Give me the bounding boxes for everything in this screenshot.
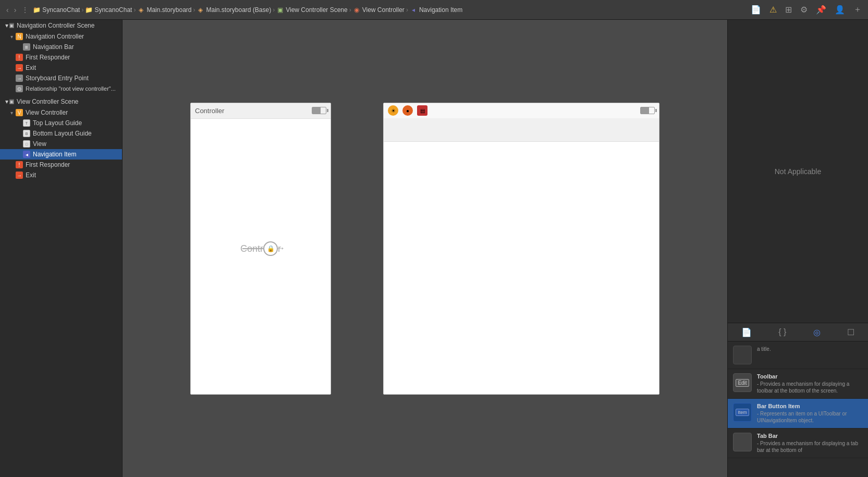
navitem-icon: ◂: [410, 6, 417, 14]
nav-item-label: Navigation Item: [33, 151, 76, 158]
rp-brackets-button[interactable]: { }: [774, 325, 790, 339]
vc-yellow-icon: ☀: [388, 105, 398, 116]
exit-2-item[interactable]: → Exit: [0, 170, 122, 180]
library-item-tab-bar[interactable]: Tab Bar - Provides a mechanism for displ…: [728, 429, 868, 458]
breadcrumb-view-controller[interactable]: ◉ View Controller: [353, 6, 405, 14]
doc-button[interactable]: 📄: [749, 4, 763, 16]
nav-controller-scene-label: Navigation Controller Scene: [17, 22, 94, 29]
library-tab-bar-title: Tab Bar: [757, 433, 863, 439]
toolbar-right: 📄 ⚠ ⊞ ⚙ 📌 👤 ＋: [749, 3, 864, 16]
library-bar-button-title: Bar Button Item: [757, 403, 863, 409]
breadcrumb-nav-item[interactable]: ◂ Navigation Item: [410, 6, 462, 14]
plus-button[interactable]: ＋: [851, 3, 864, 16]
first-responder-1-label: First Responder: [26, 54, 70, 61]
storyboard-entry-label: Storyboard Entry Point: [26, 75, 89, 82]
first-responder-2-label: First Responder: [26, 161, 70, 168]
nav-controller-scene-header[interactable]: ▾ ▣ Navigation Controller Scene: [0, 20, 122, 31]
rp-doc-button[interactable]: 📄: [737, 325, 756, 339]
nav-arrows: ‹ › ⋮: [4, 5, 31, 15]
relationship-item[interactable]: ⊙ Relationship "root view controller"...: [0, 83, 122, 94]
breadcrumb: 📁 SyncanoChat › 📁 SyncanoChat › ◈ Main.s…: [33, 6, 747, 14]
library-tab-bar-icon: [733, 433, 752, 451]
vc-panel-top: ☀ ● ▤: [384, 103, 659, 119]
view-label: View: [33, 140, 46, 148]
main-layout: ▾ ▣ Navigation Controller Scene ▾ N Navi…: [0, 20, 868, 477]
nav-item-item[interactable]: ◂ Navigation Item: [0, 149, 122, 160]
top-layout-item[interactable]: T Top Layout Guide: [0, 118, 122, 128]
gear-button[interactable]: ⚙: [798, 4, 810, 16]
library-item-bar-button[interactable]: Item Bar Button Item - Represents an ite…: [728, 399, 868, 429]
exit-1-item[interactable]: → Exit: [0, 63, 122, 73]
warning-button[interactable]: ⚠: [767, 4, 779, 16]
view-item[interactable]: □ View: [0, 139, 122, 149]
canvas-content: Controller Controller 🔒 →: [123, 20, 727, 477]
library-item-toolbar[interactable]: Edit Toolbar - Provides a mechanism for …: [728, 369, 868, 399]
rp-circle-button[interactable]: ◎: [809, 325, 825, 339]
first-responder-2-item[interactable]: ! First Responder: [0, 160, 122, 170]
storyboard-canvas[interactable]: Controller Controller 🔒 →: [123, 20, 727, 477]
library-tab-bar-text: Tab Bar - Provides a mechanism for displ…: [757, 433, 863, 454]
controller-panel-header: Controller: [191, 103, 331, 119]
nav-back-button[interactable]: ‹: [4, 5, 11, 15]
pin-button[interactable]: 📌: [814, 4, 828, 16]
folder-icon: 📁: [33, 6, 40, 14]
toolbar-icon-label: Edit: [736, 379, 749, 387]
nav-item-icon: ◂: [23, 151, 30, 158]
first-responder-1-item[interactable]: ! First Responder: [0, 52, 122, 63]
vc-panel-icons: ☀ ● ▤: [388, 105, 427, 116]
vc-scene-icon: ▣: [9, 99, 14, 104]
bottom-layout-item[interactable]: B Bottom Layout Guide: [0, 128, 122, 139]
disclosure-nav-ctrl: ▾: [8, 34, 15, 40]
vc-icon: ◉: [353, 6, 360, 14]
nav-forward-button[interactable]: ›: [12, 5, 19, 15]
top-layout-icon: T: [23, 119, 30, 127]
library-toolbar-icon: Edit: [733, 373, 752, 392]
relationship-label: Relationship "root view controller"...: [26, 85, 116, 92]
segue-arrowhead: →: [276, 243, 285, 254]
rp-square-button[interactable]: ☐: [843, 325, 859, 339]
storyboard-entry-icon: →: [16, 75, 23, 82]
controller-panel-title: Controller: [195, 107, 224, 115]
grid-button[interactable]: ⊞: [783, 4, 794, 16]
vc-panel[interactable]: ☀ ● ▤: [383, 103, 659, 395]
library-toolbar-title: Toolbar: [757, 373, 863, 380]
person-button[interactable]: 👤: [833, 4, 847, 16]
right-panel: Not Applicable 📄 { } ◎ ☐ a title. Edit: [727, 20, 868, 477]
library-bar-button-icon: Item: [733, 403, 752, 422]
vc-scene-header[interactable]: ▾ ▣ View Controller Scene: [0, 96, 122, 107]
nav-controller-label: Navigation Controller: [26, 33, 84, 40]
exit-2-label: Exit: [26, 172, 36, 179]
breadcrumb-vc-scene[interactable]: ▣ View Controller Scene: [276, 6, 348, 14]
library-toolbar-desc: - Provides a mechanism for displaying a …: [757, 381, 863, 394]
nav-controller-item[interactable]: ▾ N Navigation Controller: [0, 31, 122, 42]
breadcrumb-main-storyboard[interactable]: ◈ Main.storyboard: [137, 6, 191, 14]
navigator-panel: ▾ ▣ Navigation Controller Scene ▾ N Navi…: [0, 20, 123, 477]
disclosure-arrow: ▾: [5, 22, 8, 29]
bar-button-icon-label: Item: [736, 409, 749, 416]
storyboard-base-icon: ◈: [197, 6, 204, 14]
folder-icon-2: 📁: [85, 6, 92, 14]
library-bar-button-text: Bar Button Item - Represents an item on …: [757, 403, 863, 424]
library-item-text-partial: a title.: [757, 346, 863, 352]
storyboard-entry-item[interactable]: → Storyboard Entry Point: [0, 73, 122, 83]
nav-bar-icon: ≡: [23, 43, 30, 51]
exit-1-label: Exit: [26, 64, 36, 71]
view-controller-item[interactable]: ▾ V View Controller: [0, 107, 122, 118]
nav-list-button[interactable]: ⋮: [19, 5, 31, 15]
disclosure-vc: ▾: [8, 110, 15, 116]
library-item-partial[interactable]: a title.: [728, 341, 868, 369]
exit-icon-2: →: [16, 172, 23, 179]
nav-bar-label: Navigation Bar: [33, 43, 74, 51]
vc-red-icon: ▤: [417, 105, 427, 116]
scene-icon: ▣: [276, 6, 284, 14]
view-ctrl-icon: V: [16, 109, 23, 116]
breadcrumb-syncanochat-2[interactable]: 📁 SyncanoChat: [85, 6, 132, 14]
right-panel-toolbar: 📄 { } ◎ ☐: [728, 323, 868, 341]
library-bar-button-desc: - Represents an item on a UIToolbar or U…: [757, 410, 863, 424]
library-item-icon-partial: [733, 346, 752, 364]
nav-ctrl-icon: N: [16, 33, 23, 40]
breadcrumb-syncanochat-1[interactable]: 📁 SyncanoChat: [33, 6, 80, 14]
breadcrumb-main-storyboard-base[interactable]: ◈ Main.storyboard (Base): [197, 6, 271, 14]
not-applicable-label: Not Applicable: [775, 167, 822, 176]
nav-bar-item[interactable]: ≡ Navigation Bar: [0, 42, 122, 52]
